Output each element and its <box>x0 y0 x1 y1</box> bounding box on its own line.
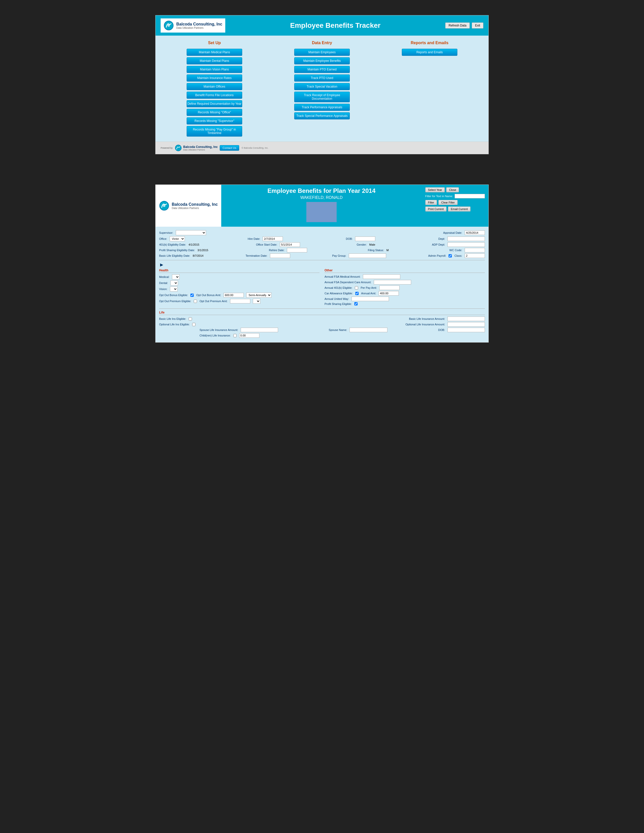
eligibility-401k-value: 4/1/2015 <box>188 243 199 246</box>
opt-out-bonus-freq-select[interactable]: Semi-Annually <box>246 293 272 298</box>
profit-sharing-row: Profit Sharing Eligibility Date: 3/1/201… <box>159 248 485 252</box>
footer-logo-area: Powered by Balcoda Consulting, Inc Data … <box>161 145 239 151</box>
btn-track-receipt-documentation[interactable]: Track Receipt of Employee Documentation <box>294 92 350 102</box>
optional-life-amt-input[interactable] <box>448 322 485 326</box>
dob-input[interactable] <box>355 236 375 241</box>
united-way-input[interactable] <box>351 297 389 301</box>
copyright-text: © Balcoda Consulting, Inc. <box>242 147 269 149</box>
spouse-dob-input[interactable] <box>448 328 485 332</box>
btn-track-pto-used[interactable]: Track PTO Used <box>294 74 350 82</box>
class-input[interactable] <box>465 253 485 258</box>
dob-label: DOB: <box>346 237 353 240</box>
optional-life-ins-checkbox[interactable] <box>192 323 195 326</box>
profit-sharing-elig-checkbox[interactable] <box>354 302 357 306</box>
spouse-life-amt-input[interactable] <box>241 328 278 332</box>
btn-maintain-employees[interactable]: Maintain Employees <box>294 49 350 56</box>
form-top-section: Supervisor: Appraisal Date: Office: Vict… <box>159 230 485 258</box>
filter-input[interactable] <box>455 194 485 198</box>
hire-date-input[interactable] <box>262 236 283 241</box>
opt-out-premium-amt-input[interactable] <box>230 299 250 304</box>
employee-benefits-body: Supervisor: Appraisal Date: Office: Vict… <box>156 227 488 342</box>
basic-life-ins-checkbox[interactable] <box>188 317 192 321</box>
btn-maintain-dental-plans[interactable]: Maintain Dental Plans <box>187 57 242 64</box>
footer-company-name: Balcoda Consulting, Inc <box>184 145 218 149</box>
adp-dept-input[interactable] <box>448 242 485 247</box>
pay-group-input[interactable] <box>349 253 386 258</box>
btn-track-performance-appraisals[interactable]: Track Performance Appraisals <box>294 104 350 111</box>
opt-out-bonus-row: Opt Out Bonus Eligible: Opt Out Bonus Am… <box>159 293 319 298</box>
car-allowance-checkbox[interactable] <box>355 292 359 295</box>
annual-401k-checkbox[interactable] <box>355 286 358 289</box>
panel2-header-right: Select Year Close Filter for Text in Nam… <box>422 185 488 227</box>
wc-code-input[interactable] <box>465 248 485 252</box>
children-life-amt-input[interactable] <box>239 333 259 338</box>
btn-track-special-performance-appraisals[interactable]: Track Special Performance Appraisals <box>294 113 350 119</box>
select-year-button[interactable]: Select Year <box>425 187 445 192</box>
logo-text: Balcoda Consulting, Inc Data Utilization… <box>176 22 222 29</box>
medical-select[interactable] <box>172 274 180 280</box>
logo-area: Balcoda Consulting, Inc Data Utilization… <box>161 18 225 32</box>
btn-maintain-employee-benefits[interactable]: Maintain Employee Benefits <box>294 57 350 64</box>
basic-life-date-label: Basic Life Eligibility Date: <box>159 254 190 257</box>
close-button[interactable]: Close <box>446 187 459 192</box>
per-pay-amt-input[interactable] <box>379 286 399 290</box>
car-allowance-row: Car Allowance Eligible: Annual Amt: <box>325 291 485 296</box>
dental-select[interactable] <box>171 280 178 286</box>
exit-button[interactable]: Exit <box>472 23 483 29</box>
supervisor-select[interactable] <box>176 230 206 235</box>
medical-label: Medical: <box>159 275 169 278</box>
employee-name: WAKEFIELD; RONALD <box>300 195 343 200</box>
fsa-dependent-input[interactable] <box>374 280 411 285</box>
office-start-date-input[interactable] <box>280 242 300 247</box>
gender-value: Male <box>369 243 375 246</box>
refresh-data-button[interactable]: Refresh Data <box>445 23 470 29</box>
btn-records-missing-office[interactable]: Records Missing "Office" <box>187 109 242 116</box>
btn-track-special-vacation[interactable]: Track Special Vacation <box>294 83 350 90</box>
dental-label: Dental: <box>159 281 168 285</box>
children-life-row: Child(ren) Life Insurance: <box>159 333 485 338</box>
btn-records-missing-pay-group[interactable]: Records Missing "Pay Group" in Timberlin… <box>187 126 242 137</box>
opt-out-bonus-amt-label: Opt Out Bonus Amt: <box>196 294 221 297</box>
btn-maintain-vision-plans[interactable]: Maintain Vision Plans <box>187 66 242 73</box>
btn-maintain-pto-earned[interactable]: Maintain PTO Earned <box>294 66 350 73</box>
opt-out-bonus-amt-input[interactable] <box>224 293 244 298</box>
children-life-checkbox[interactable] <box>233 334 237 337</box>
office-select[interactable]: Victor <box>170 236 185 241</box>
main-menu-body: Set Up Maintain Medical Plans Maintain D… <box>156 35 488 142</box>
eligibility-row: 401(k) Eligibility Date: 4/1/2015 Office… <box>159 242 485 247</box>
rehire-date-input[interactable] <box>287 248 307 252</box>
contact-us-button[interactable]: Contact Us <box>220 145 239 151</box>
btn-records-missing-supervisor[interactable]: Records Missing "Supervisor" <box>187 117 242 124</box>
nav-arrow-icon[interactable]: ▶ <box>159 262 164 267</box>
email-current-button[interactable]: Email Current <box>448 206 470 212</box>
fsa-medical-input[interactable] <box>363 274 400 279</box>
btn-reports-and-emails[interactable]: Reports and Emails <box>402 49 457 56</box>
opt-out-bonus-checkbox[interactable] <box>190 294 194 297</box>
termination-date-input[interactable] <box>270 253 290 258</box>
opt-out-premium-checkbox[interactable] <box>194 300 197 303</box>
vision-select[interactable] <box>170 286 177 291</box>
panel2-header-center: Employee Benefits for Plan Year 2014 WAK… <box>221 185 422 227</box>
btn-maintain-insurance-rates[interactable]: Maintain Insurance Rates <box>187 74 242 82</box>
btn-define-required-documentation[interactable]: Define Required Documentation by Year <box>187 100 242 107</box>
dental-row: Dental: <box>159 280 319 286</box>
footer-logo-text: Balcoda Consulting, Inc Data Utilization… <box>184 145 218 151</box>
btn-maintain-medical-plans[interactable]: Maintain Medical Plans <box>187 49 242 56</box>
btn-maintain-offices[interactable]: Maintain Offices <box>187 83 242 90</box>
optional-life-ins-label: Optional Life Ins Eligible: <box>159 323 190 326</box>
basic-life-amt-input[interactable] <box>448 317 485 321</box>
per-pay-amt-label: Per Pay Amt: <box>361 286 377 289</box>
admin-payroll-checkbox[interactable] <box>449 254 452 257</box>
filter-button[interactable]: Filter <box>425 200 437 205</box>
dept-input[interactable] <box>448 236 485 241</box>
office-row: Office: Victor Hire Date: DOB: Dept: <box>159 236 485 241</box>
print-current-button[interactable]: Print Current <box>425 206 446 212</box>
clear-filter-button[interactable]: Clear Filter <box>438 200 457 205</box>
profit-sharing-eligibility-value: 3/1/2015 <box>198 249 208 252</box>
car-annual-amt-input[interactable] <box>378 291 399 296</box>
spouse-name-input[interactable] <box>349 328 387 332</box>
btn-benefit-forms-file-locations[interactable]: Benefit Forms File Locations <box>187 92 242 99</box>
appraisal-date-input[interactable] <box>465 230 485 235</box>
filter-row: Filter for Text in Name: <box>425 194 485 198</box>
opt-out-premium-freq-select[interactable] <box>253 299 260 304</box>
